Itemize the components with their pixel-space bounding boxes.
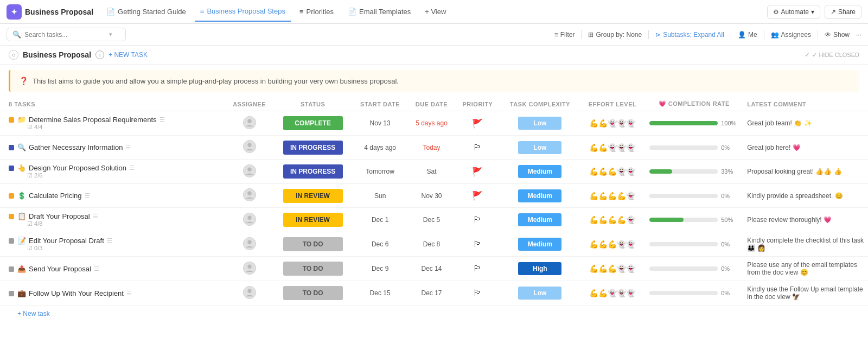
completion-cell: 0%: [645, 184, 743, 208]
avatar: [243, 164, 256, 177]
table-row[interactable]: 💲 Calculate Pricing ☰ IN REVIEW Sun Nov …: [0, 184, 868, 208]
col-due-date: DUE DATE: [408, 97, 455, 111]
task-name: Gather Necessary Information: [29, 143, 123, 151]
group-by-button[interactable]: ⊞ Group by: None: [588, 31, 642, 39]
status-badge: TO DO: [283, 262, 343, 276]
list-title: Business Proposal: [23, 50, 91, 59]
new-task-button[interactable]: + NEW TASK: [108, 51, 148, 59]
comment-cell: Kindly provide a spreadsheet. 😊: [743, 184, 868, 208]
start-date-cell: Dec 6: [352, 232, 408, 257]
info-icon[interactable]: i: [95, 50, 104, 59]
tab-priorities[interactable]: ≡ Priorities: [294, 2, 339, 22]
completion-cell: 50%: [645, 208, 743, 232]
progress-label: 33%: [721, 168, 738, 175]
effort-cell: 💪💪💪💪👻: [580, 184, 646, 208]
me-button[interactable]: 👤 Me: [738, 31, 757, 39]
filter-button[interactable]: ≡ Filter: [554, 31, 575, 39]
hide-closed-button[interactable]: ✓ ✓ HIDE CLOSED: [805, 51, 859, 59]
avatar: [243, 237, 256, 250]
start-date-cell: 4 days ago: [352, 136, 408, 160]
status-cell[interactable]: IN PROGRESS: [273, 160, 352, 184]
automate-button[interactable]: ⚙ Automate ▾: [767, 5, 820, 19]
list-collapse-button[interactable]: ○: [9, 50, 18, 60]
tab-view[interactable]: + View: [419, 2, 451, 22]
task-emoji: 📝: [17, 237, 26, 245]
task-name: Draft Your Proposal: [29, 212, 90, 220]
start-date-cell: Dec 1: [352, 208, 408, 232]
search-box[interactable]: 🔍 ▾: [7, 28, 126, 41]
due-date-cell: Today: [408, 136, 455, 160]
priority-cell: 🏳: [455, 281, 500, 306]
show-button[interactable]: 👁 Show: [825, 31, 850, 39]
completion-cell: 0%: [645, 136, 743, 160]
tab-getting-started[interactable]: 📄 Getting Started Guide: [101, 2, 192, 22]
info-banner: ❓ This list aims to guide you and allow …: [9, 70, 859, 92]
task-emoji: 📋: [17, 212, 26, 220]
share-button[interactable]: ↗ Share: [825, 5, 861, 19]
heart-icon: 💗: [659, 100, 667, 107]
table-row[interactable]: 📁 Determine Sales Proposal Requirements …: [0, 111, 868, 136]
task-emoji: 🔍: [17, 143, 26, 151]
tasks-table: 8 TASKS ASSIGNEE STATUS START DATE DUE D…: [0, 97, 868, 322]
effort-cell: 💪💪💪💪👻: [580, 208, 646, 232]
status-cell[interactable]: TO DO: [273, 281, 352, 306]
status-cell[interactable]: TO DO: [273, 257, 352, 281]
complexity-badge: Medium: [518, 165, 561, 178]
task-emoji: 📁: [17, 116, 26, 124]
task-name-cell: 👆 Design Your Proposed Solution ☰ ☑ 2/6: [0, 160, 225, 184]
status-cell[interactable]: TO DO: [273, 232, 352, 257]
completion-cell: 100%: [645, 111, 743, 136]
app-logo: ✦: [7, 4, 22, 20]
avatar: [243, 116, 256, 129]
effort-cell: 💪💪💪👻👻: [580, 160, 646, 184]
subtasks-icon: ⊳: [655, 31, 661, 39]
status-cell[interactable]: IN REVIEW: [273, 208, 352, 232]
completion-cell: 0%: [645, 257, 743, 281]
assignee-cell: [225, 208, 273, 232]
progress-bar: [649, 169, 672, 174]
status-cell[interactable]: IN REVIEW: [273, 184, 352, 208]
assignee-cell: [225, 257, 273, 281]
due-date-cell: Dec 14: [408, 257, 455, 281]
search-input[interactable]: [24, 31, 106, 39]
separator-1: [581, 30, 582, 39]
task-name-cell: 📁 Determine Sales Proposal Requirements …: [0, 111, 225, 136]
status-cell[interactable]: IN PROGRESS: [273, 136, 352, 160]
top-nav: ✦ Business Proposal 📄 Getting Started Gu…: [0, 0, 868, 24]
status-cell[interactable]: COMPLETE: [273, 111, 352, 136]
complexity-badge: Low: [518, 117, 561, 130]
new-task-row[interactable]: + New task: [0, 306, 868, 322]
assignees-button[interactable]: 👥 Assignees: [771, 31, 811, 39]
avatar: [243, 213, 256, 226]
task-menu-icon: ☰: [125, 144, 131, 151]
svg-point-9: [247, 215, 251, 219]
svg-point-5: [247, 167, 251, 171]
comment-cell: Please review thoroughly! 💗: [743, 208, 868, 232]
assignees-icon: 👥: [771, 31, 779, 39]
table-row[interactable]: 💼 Follow Up With Your Recipient ☰ TO DO …: [0, 281, 868, 306]
chevron-down-icon: ▾: [811, 8, 814, 16]
table-row[interactable]: 📝 Edit Your Proposal Draft ☰ ☑ 0/3 TO DO…: [0, 232, 868, 257]
task-menu-icon: ☰: [126, 290, 132, 297]
status-badge: TO DO: [283, 237, 343, 251]
task-name: Design Your Proposed Solution: [29, 164, 126, 172]
more-button[interactable]: ···: [856, 31, 861, 39]
priority-cell: 🚩: [455, 111, 500, 136]
progress-label: 0%: [721, 290, 738, 296]
task-menu-icon: ☰: [94, 265, 99, 272]
task-emoji: 👆: [17, 164, 26, 172]
separator-4: [764, 30, 764, 39]
table-row[interactable]: 👆 Design Your Proposed Solution ☰ ☑ 2/6 …: [0, 160, 868, 184]
assignee-cell: [225, 136, 273, 160]
new-task-label[interactable]: + New task: [9, 310, 50, 317]
subtasks-button[interactable]: ⊳ Subtasks: Expand All: [655, 31, 724, 39]
share-icon: ↗: [831, 8, 836, 16]
filter-icon: ≡: [554, 31, 558, 39]
table-row[interactable]: 📤 Send Your Proposal ☰ TO DO Dec 9 Dec 1…: [0, 257, 868, 281]
tab-business-proposal-steps[interactable]: ≡ Business Proposal Steps: [195, 2, 291, 22]
table-row[interactable]: 🔍 Gather Necessary Information ☰ IN PROG…: [0, 136, 868, 160]
tab-email-templates[interactable]: 📄 Email Templates: [342, 2, 416, 22]
table-row[interactable]: 📋 Draft Your Proposal ☰ ☑ 4/8 IN REVIEW …: [0, 208, 868, 232]
col-start-date: START DATE: [352, 97, 408, 111]
warning-icon: ❓: [19, 77, 28, 85]
